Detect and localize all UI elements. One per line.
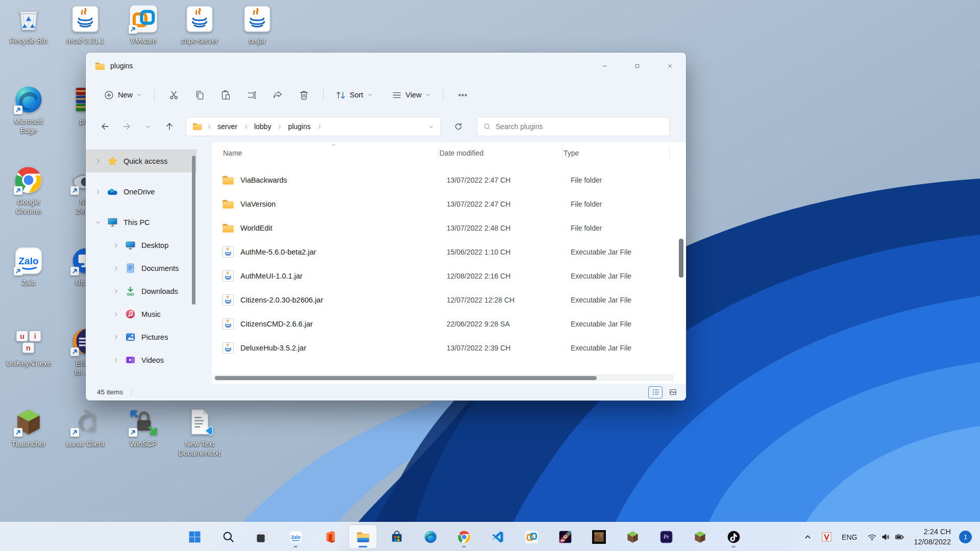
chevron-icon[interactable] [112, 311, 119, 318]
desktop-icon[interactable]: Recycle Bin [0, 4, 57, 45]
sidebar-item[interactable]: Quick access [86, 149, 197, 172]
window-titlebar[interactable]: plugins [86, 53, 686, 79]
file-row[interactable]: Citizens-2.0.30-b2606.jar 12/07/2022 12:… [212, 288, 676, 312]
sidebar-scrollbar[interactable] [192, 156, 195, 305]
file-row[interactable]: AuthMeUI-1.0.1.jar 12/08/2022 2:16 CH Ex… [212, 264, 676, 288]
desktop-icon[interactable]: Google Chrome [0, 165, 57, 216]
taskbar-app-button[interactable] [349, 525, 377, 548]
minimize-button[interactable] [588, 53, 621, 79]
taskbar-app-button[interactable] [484, 525, 511, 548]
new-button[interactable]: New [98, 86, 148, 105]
chevron-icon[interactable] [112, 242, 119, 249]
chevron-icon[interactable] [112, 288, 119, 295]
taskbar-app-button[interactable] [416, 525, 444, 548]
desktop-icon[interactable]: znpc-server [171, 4, 228, 45]
taskbar-app-button[interactable] [720, 525, 747, 548]
taskbar-app-button[interactable] [315, 525, 343, 548]
desktop-icon[interactable]: recaf-2.21.1 [57, 4, 114, 45]
sidebar-item[interactable]: Downloads [86, 280, 197, 303]
file-row[interactable]: WorldEdit 13/07/2022 2:48 CH File folder [212, 216, 676, 240]
chevron-icon[interactable] [112, 334, 119, 341]
column-header-name[interactable]: Name [223, 149, 439, 157]
horizontal-scrollbar-thumb[interactable] [215, 376, 597, 380]
file-row[interactable]: ViaVersion 13/07/2022 2:47 CH File folde… [212, 192, 676, 216]
search-box[interactable] [477, 117, 670, 136]
maximize-button[interactable] [621, 53, 653, 79]
column-header-type[interactable]: Type [564, 149, 671, 157]
sidebar-item[interactable]: Videos [86, 348, 197, 371]
forward-button[interactable] [117, 118, 136, 135]
taskbar-app-button[interactable] [686, 525, 714, 548]
sidebar-item[interactable]: OneDrive [86, 180, 197, 203]
taskbar-app-button[interactable] [214, 525, 242, 548]
breadcrumb-item-plugins[interactable]: plugins [286, 121, 312, 132]
file-row[interactable]: CitizensCMD-2.6.6.jar 22/06/2022 9:28 SA… [212, 312, 676, 336]
sidebar-item[interactable]: Documents [86, 257, 197, 280]
chevron-icon[interactable] [112, 265, 119, 272]
search-input[interactable] [496, 122, 663, 131]
column-divider[interactable] [669, 147, 670, 159]
column-header-date-modified[interactable]: Date modified [439, 149, 564, 157]
chevron-icon[interactable] [112, 357, 119, 364]
share-button[interactable] [265, 86, 291, 105]
details-view-button[interactable] [648, 386, 663, 398]
recent-locations-button[interactable] [139, 118, 157, 135]
taskbar-app-button[interactable]: Pr [652, 525, 680, 548]
paste-button[interactable] [213, 86, 239, 105]
cut-button[interactable] [161, 86, 187, 105]
file-row[interactable]: AuthMe-5.6.0-beta2.jar 15/06/2022 1:10 C… [212, 240, 676, 264]
taskbar-app-button[interactable] [619, 525, 646, 548]
desktop-icon[interactable]: WinSCP [115, 407, 172, 448]
chevron-icon[interactable] [94, 219, 102, 226]
view-button[interactable]: View [386, 86, 437, 105]
quick-settings-button[interactable] [863, 527, 909, 547]
sidebar-item[interactable]: Music [86, 303, 197, 325]
delete-button[interactable] [291, 86, 317, 105]
taskbar-app-button[interactable] [450, 525, 478, 548]
desktop-icon[interactable]: Zalo Zalo [0, 246, 57, 287]
taskbar-app-button[interactable] [585, 525, 612, 548]
desktop-icon[interactable]: New Text Document.txt [171, 407, 228, 458]
rename-button[interactable] [239, 86, 265, 105]
taskbar-app-button[interactable] [383, 525, 410, 548]
taskbar-app-button[interactable]: Zalo [282, 525, 309, 548]
large-icons-view-button[interactable] [666, 386, 680, 398]
desktop-icon[interactable]: uin UniKeyNT.exe [0, 327, 57, 368]
file-row[interactable]: ViaBackwards 13/07/2022 2:47 CH File fol… [212, 168, 676, 192]
desktop-icon[interactable]: TLauncher [0, 407, 57, 448]
notification-badge[interactable]: 1 [959, 531, 972, 543]
taskbar-app-button[interactable] [181, 525, 208, 548]
taskbar-app-button[interactable] [248, 525, 276, 548]
file-row[interactable]: DeluxeHub-3.5.2.jar 13/07/2022 2:39 CH E… [212, 336, 676, 360]
taskbar-app-button[interactable]: IJ [551, 525, 579, 548]
clock[interactable]: 2:24 CH 12/08/2022 [910, 527, 955, 547]
refresh-button[interactable] [449, 118, 468, 135]
desktop-icon[interactable]: ce.jar [229, 4, 286, 45]
unikey-tray-button[interactable] [818, 527, 836, 547]
breadcrumb-item-server[interactable]: server [216, 121, 239, 132]
horizontal-scrollbar-track[interactable] [214, 374, 674, 381]
column-divider[interactable] [438, 147, 438, 159]
sidebar-item[interactable]: Desktop [86, 234, 197, 257]
sort-button[interactable]: Sort [330, 86, 379, 105]
up-button[interactable] [160, 118, 179, 135]
address-dropdown-icon[interactable] [428, 123, 434, 130]
breadcrumb[interactable]: server lobby plugins [186, 117, 441, 136]
sidebar-item[interactable]: Pictures [86, 325, 197, 348]
desktop-icon[interactable]: VMware [115, 4, 172, 45]
breadcrumb-item-lobby[interactable]: lobby [253, 121, 273, 132]
chevron-icon[interactable] [94, 158, 102, 165]
hidden-icons-button[interactable] [799, 527, 817, 547]
sidebar-item[interactable]: This PC [86, 211, 197, 234]
taskbar-app-button[interactable] [518, 525, 545, 548]
language-indicator[interactable]: ENG [837, 527, 862, 547]
copy-button[interactable] [187, 86, 213, 105]
see-more-button[interactable] [450, 86, 476, 105]
desktop-icon[interactable]: Lunar Client [57, 407, 114, 448]
back-button[interactable] [96, 118, 114, 135]
vertical-scrollbar[interactable] [679, 239, 683, 278]
column-divider[interactable] [562, 147, 562, 159]
chevron-icon[interactable] [94, 188, 102, 195]
close-button[interactable] [653, 53, 686, 79]
desktop-icon[interactable]: Microsoft Edge [0, 85, 57, 136]
